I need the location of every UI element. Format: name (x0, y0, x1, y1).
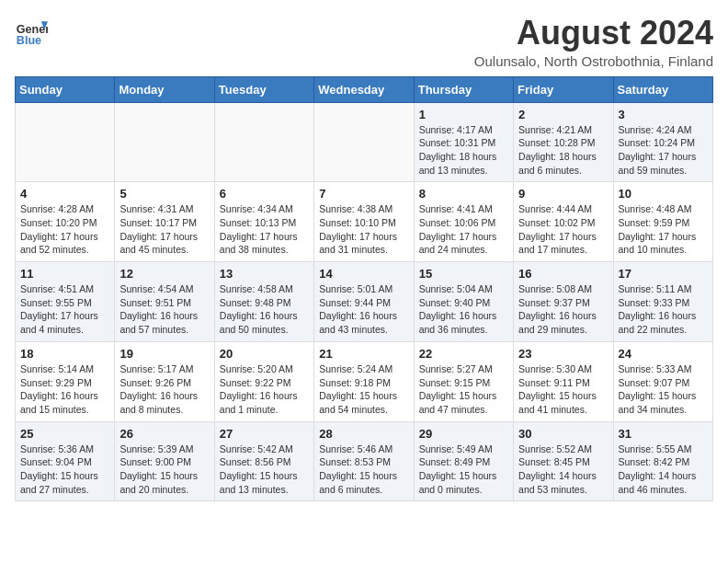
day-number: 4 (20, 187, 109, 201)
week-row-2: 4Sunrise: 4:28 AM Sunset: 10:20 PM Dayli… (16, 182, 713, 262)
day-number: 10 (619, 187, 708, 201)
day-info: Sunrise: 5:42 AM Sunset: 8:56 PM Dayligh… (220, 442, 309, 497)
calendar-table: SundayMondayTuesdayWednesdayThursdayFrid… (15, 76, 713, 502)
day-info: Sunrise: 5:04 AM Sunset: 9:40 PM Dayligh… (419, 282, 508, 337)
day-info: Sunrise: 5:11 AM Sunset: 9:33 PM Dayligh… (619, 282, 708, 337)
calendar-cell: 3Sunrise: 4:24 AM Sunset: 10:24 PM Dayli… (613, 102, 712, 182)
day-number: 18 (20, 347, 109, 361)
day-info: Sunrise: 5:49 AM Sunset: 8:49 PM Dayligh… (419, 442, 508, 497)
col-header-saturday: Saturday (613, 76, 712, 102)
calendar-cell: 11Sunrise: 4:51 AM Sunset: 9:55 PM Dayli… (16, 262, 115, 342)
day-number: 16 (518, 267, 608, 281)
day-number: 7 (319, 187, 408, 201)
week-row-5: 25Sunrise: 5:36 AM Sunset: 9:04 PM Dayli… (16, 421, 713, 501)
day-info: Sunrise: 4:24 AM Sunset: 10:24 PM Daylig… (619, 123, 708, 178)
month-title: August 2024 (474, 15, 713, 52)
day-number: 3 (619, 108, 708, 121)
day-info: Sunrise: 4:54 AM Sunset: 9:51 PM Dayligh… (119, 282, 209, 337)
day-info: Sunrise: 5:30 AM Sunset: 9:11 PM Dayligh… (518, 362, 608, 417)
calendar-cell: 13Sunrise: 4:58 AM Sunset: 9:48 PM Dayli… (214, 262, 313, 342)
day-number: 14 (319, 267, 408, 281)
day-info: Sunrise: 4:17 AM Sunset: 10:31 PM Daylig… (419, 123, 508, 178)
day-info: Sunrise: 5:52 AM Sunset: 8:45 PM Dayligh… (518, 442, 608, 497)
calendar-header-row: SundayMondayTuesdayWednesdayThursdayFrid… (16, 76, 713, 102)
logo-icon: General Blue (15, 15, 48, 48)
calendar-cell: 7Sunrise: 4:38 AM Sunset: 10:10 PM Dayli… (314, 182, 414, 262)
day-info: Sunrise: 5:36 AM Sunset: 9:04 PM Dayligh… (20, 442, 109, 497)
title-block: August 2024 Oulunsalo, North Ostrobothni… (474, 15, 713, 69)
calendar-cell: 24Sunrise: 5:33 AM Sunset: 9:07 PM Dayli… (613, 341, 712, 421)
calendar-cell: 9Sunrise: 4:44 AM Sunset: 10:02 PM Dayli… (514, 182, 613, 262)
day-number: 20 (220, 347, 309, 361)
location: Oulunsalo, North Ostrobothnia, Finland (474, 53, 713, 69)
week-row-4: 18Sunrise: 5:14 AM Sunset: 9:29 PM Dayli… (16, 341, 713, 421)
week-row-1: 1Sunrise: 4:17 AM Sunset: 10:31 PM Dayli… (16, 102, 713, 182)
day-info: Sunrise: 5:01 AM Sunset: 9:44 PM Dayligh… (319, 282, 408, 337)
calendar-cell: 25Sunrise: 5:36 AM Sunset: 9:04 PM Dayli… (16, 421, 115, 501)
calendar-cell: 2Sunrise: 4:21 AM Sunset: 10:28 PM Dayli… (514, 102, 613, 182)
day-info: Sunrise: 4:44 AM Sunset: 10:02 PM Daylig… (518, 202, 608, 257)
day-info: Sunrise: 4:51 AM Sunset: 9:55 PM Dayligh… (20, 282, 109, 337)
day-info: Sunrise: 4:41 AM Sunset: 10:06 PM Daylig… (419, 202, 508, 257)
calendar-cell: 30Sunrise: 5:52 AM Sunset: 8:45 PM Dayli… (514, 421, 613, 501)
day-number: 24 (619, 347, 708, 361)
day-number: 8 (419, 187, 508, 201)
calendar-cell (214, 102, 313, 182)
day-number: 25 (20, 427, 109, 441)
day-info: Sunrise: 5:46 AM Sunset: 8:53 PM Dayligh… (319, 442, 408, 497)
day-info: Sunrise: 5:17 AM Sunset: 9:26 PM Dayligh… (119, 362, 209, 417)
calendar-cell: 31Sunrise: 5:55 AM Sunset: 8:42 PM Dayli… (613, 421, 712, 501)
day-info: Sunrise: 5:08 AM Sunset: 9:37 PM Dayligh… (518, 282, 608, 337)
calendar-cell: 27Sunrise: 5:42 AM Sunset: 8:56 PM Dayli… (214, 421, 313, 501)
day-number: 2 (518, 108, 608, 121)
day-number: 9 (518, 187, 608, 201)
day-number: 21 (319, 347, 408, 361)
day-number: 28 (319, 427, 408, 441)
day-number: 11 (20, 267, 109, 281)
day-number: 23 (518, 347, 608, 361)
day-info: Sunrise: 5:55 AM Sunset: 8:42 PM Dayligh… (619, 442, 708, 497)
col-header-friday: Friday (514, 76, 613, 102)
day-number: 27 (220, 427, 309, 441)
col-header-thursday: Thursday (414, 76, 513, 102)
calendar-cell: 8Sunrise: 4:41 AM Sunset: 10:06 PM Dayli… (414, 182, 513, 262)
logo: General Blue (15, 15, 48, 48)
calendar-cell: 29Sunrise: 5:49 AM Sunset: 8:49 PM Dayli… (414, 421, 513, 501)
calendar-cell: 5Sunrise: 4:31 AM Sunset: 10:17 PM Dayli… (115, 182, 214, 262)
day-number: 6 (220, 187, 309, 201)
day-info: Sunrise: 5:20 AM Sunset: 9:22 PM Dayligh… (220, 362, 309, 417)
day-number: 17 (619, 267, 708, 281)
calendar-cell: 10Sunrise: 4:48 AM Sunset: 9:59 PM Dayli… (613, 182, 712, 262)
day-info: Sunrise: 4:28 AM Sunset: 10:20 PM Daylig… (20, 202, 109, 257)
calendar-cell (115, 102, 214, 182)
calendar-cell: 14Sunrise: 5:01 AM Sunset: 9:44 PM Dayli… (314, 262, 414, 342)
day-number: 29 (419, 427, 508, 441)
day-number: 15 (419, 267, 508, 281)
day-info: Sunrise: 4:31 AM Sunset: 10:17 PM Daylig… (119, 202, 209, 257)
calendar-cell: 20Sunrise: 5:20 AM Sunset: 9:22 PM Dayli… (214, 341, 313, 421)
calendar-cell: 16Sunrise: 5:08 AM Sunset: 9:37 PM Dayli… (514, 262, 613, 342)
day-info: Sunrise: 5:39 AM Sunset: 9:00 PM Dayligh… (119, 442, 209, 497)
day-number: 12 (119, 267, 209, 281)
day-info: Sunrise: 5:27 AM Sunset: 9:15 PM Dayligh… (419, 362, 508, 417)
calendar-cell: 21Sunrise: 5:24 AM Sunset: 9:18 PM Dayli… (314, 341, 414, 421)
day-info: Sunrise: 4:21 AM Sunset: 10:28 PM Daylig… (518, 123, 608, 178)
day-info: Sunrise: 5:14 AM Sunset: 9:29 PM Dayligh… (20, 362, 109, 417)
page-header: General Blue August 2024 Oulunsalo, Nort… (15, 15, 713, 69)
calendar-cell: 26Sunrise: 5:39 AM Sunset: 9:00 PM Dayli… (115, 421, 214, 501)
calendar-cell: 4Sunrise: 4:28 AM Sunset: 10:20 PM Dayli… (16, 182, 115, 262)
col-header-tuesday: Tuesday (214, 76, 313, 102)
week-row-3: 11Sunrise: 4:51 AM Sunset: 9:55 PM Dayli… (16, 262, 713, 342)
calendar-cell: 15Sunrise: 5:04 AM Sunset: 9:40 PM Dayli… (414, 262, 513, 342)
day-info: Sunrise: 5:33 AM Sunset: 9:07 PM Dayligh… (619, 362, 708, 417)
col-header-monday: Monday (115, 76, 214, 102)
day-number: 5 (119, 187, 209, 201)
calendar-cell: 23Sunrise: 5:30 AM Sunset: 9:11 PM Dayli… (514, 341, 613, 421)
calendar-cell: 1Sunrise: 4:17 AM Sunset: 10:31 PM Dayli… (414, 102, 513, 182)
calendar-cell: 18Sunrise: 5:14 AM Sunset: 9:29 PM Dayli… (16, 341, 115, 421)
svg-text:Blue: Blue (17, 34, 41, 47)
day-number: 13 (220, 267, 309, 281)
day-info: Sunrise: 4:38 AM Sunset: 10:10 PM Daylig… (319, 202, 408, 257)
day-info: Sunrise: 4:34 AM Sunset: 10:13 PM Daylig… (220, 202, 309, 257)
day-number: 30 (518, 427, 608, 441)
